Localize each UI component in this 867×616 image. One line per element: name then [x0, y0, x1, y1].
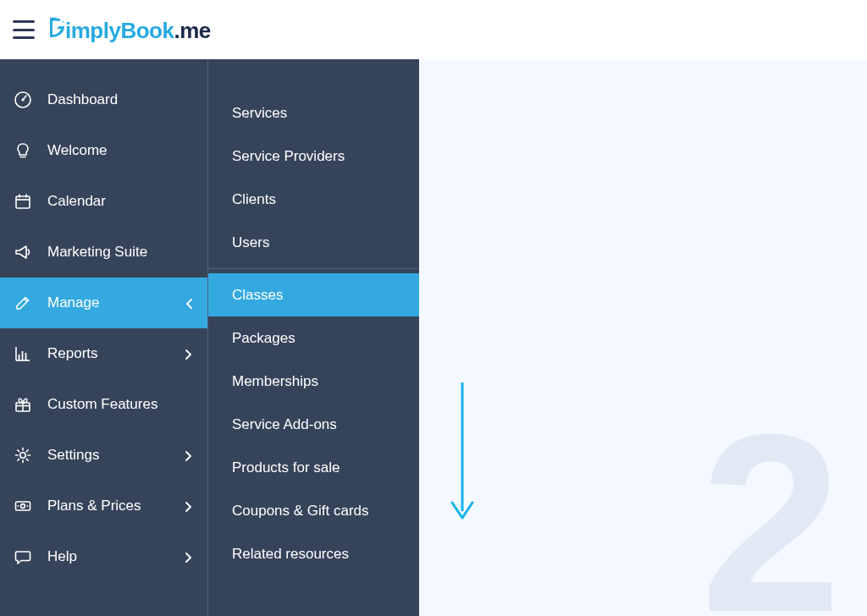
megaphone-icon: [14, 243, 32, 261]
submenu-item-label: Service Providers: [232, 148, 345, 165]
sidebar-item-label: Marketing Suite: [47, 244, 147, 261]
barchart-icon: [14, 344, 32, 363]
submenu-item-label: Service Add-ons: [232, 416, 337, 433]
sidebar-item-label: Calendar: [47, 193, 106, 210]
submenu-item-label: Clients: [232, 191, 276, 208]
sidebar-item-label: Custom Features: [47, 396, 157, 413]
submenu-item-label: Packages: [232, 330, 295, 347]
gift-icon: [14, 395, 32, 414]
sidebar-item-label: Help: [47, 548, 77, 565]
sidebar-item-welcome[interactable]: Welcome: [0, 125, 207, 176]
submenu-item-label: Memberships: [232, 373, 318, 390]
chevron-right-icon: [185, 502, 194, 510]
workspace: 2 DashboardWelcomeCalendarMarketing Suit…: [0, 59, 867, 616]
step-number-watermark: 2: [700, 396, 842, 616]
sidebar-item-label: Manage: [47, 294, 99, 311]
logo-text-3: .me: [174, 18, 210, 44]
pencil-icon: [14, 294, 32, 312]
sidebar-submenu: ServicesService ProvidersClientsUsersCla…: [207, 59, 419, 616]
submenu-item-label: Related resources: [232, 546, 349, 563]
submenu-item-label: Coupons & Gift cards: [232, 503, 369, 520]
chevron-right-icon: [185, 299, 194, 307]
sidebar-item-label: Dashboard: [47, 91, 118, 108]
logo-text-1: imply: [65, 18, 120, 44]
submenu-item-label: Classes: [232, 287, 283, 304]
submenu-item-memberships[interactable]: Memberships: [208, 360, 419, 403]
chevron-right-icon: [185, 349, 194, 358]
sidebar-item-label: Plans & Prices: [47, 498, 141, 514]
submenu-item-packages[interactable]: Packages: [208, 316, 419, 360]
sidebar-primary: DashboardWelcomeCalendarMarketing SuiteM…: [0, 59, 207, 616]
submenu-item-service-add-ons[interactable]: Service Add-ons: [208, 403, 419, 446]
chat-icon: [14, 547, 32, 566]
submenu-item-users[interactable]: Users: [208, 221, 419, 264]
sidebar-item-calendar[interactable]: Calendar: [0, 176, 207, 227]
submenu-item-label: Users: [232, 234, 269, 251]
sidebar-item-plans-prices[interactable]: Plans & Prices: [0, 481, 207, 531]
submenu-divider: [208, 268, 419, 269]
submenu-item-related-resources[interactable]: Related resources: [208, 532, 419, 575]
submenu-item-products-for-sale[interactable]: Products for sale: [208, 446, 419, 489]
gauge-icon: [14, 91, 32, 109]
logo-text-2: Book: [120, 18, 174, 44]
hamburger-menu-button[interactable]: [13, 20, 35, 39]
calendar-icon: [14, 192, 32, 211]
chevron-right-icon: [185, 553, 194, 561]
topbar: imply Book .me: [0, 0, 867, 59]
submenu-item-label: Products for sale: [232, 459, 340, 476]
submenu-item-coupons-gift-cards[interactable]: Coupons & Gift cards: [208, 489, 419, 532]
lightbulb-icon: [14, 141, 32, 160]
submenu-item-classes[interactable]: Classes: [208, 273, 419, 316]
submenu-item-service-providers[interactable]: Service Providers: [208, 135, 419, 178]
chevron-right-icon: [185, 451, 194, 459]
submenu-item-services[interactable]: Services: [208, 91, 419, 135]
sidebar-item-label: Settings: [47, 447, 99, 464]
sidebar-item-label: Welcome: [47, 142, 108, 159]
submenu-item-label: Services: [232, 105, 287, 122]
logo-check-icon: [47, 16, 67, 38]
sidebar-item-help[interactable]: Help: [0, 531, 207, 582]
sidebar-item-dashboard[interactable]: Dashboard: [0, 74, 207, 125]
sidebar-item-manage[interactable]: Manage: [0, 278, 207, 328]
sidebar-item-reports[interactable]: Reports: [0, 328, 207, 379]
sidebar-item-label: Reports: [47, 345, 98, 362]
sidebar-item-custom-features[interactable]: Custom Features: [0, 379, 207, 430]
submenu-item-clients[interactable]: Clients: [208, 178, 419, 221]
logo[interactable]: imply Book .me: [47, 16, 211, 44]
money-icon: [14, 497, 32, 515]
sidebar-item-marketing-suite[interactable]: Marketing Suite: [0, 227, 207, 278]
gear-icon: [14, 446, 32, 465]
sidebar-item-settings[interactable]: Settings: [0, 430, 207, 481]
